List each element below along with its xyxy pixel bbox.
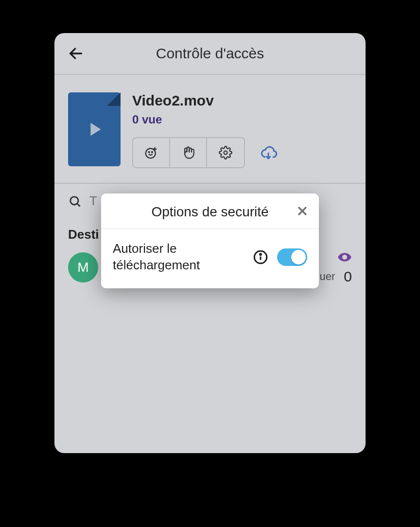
file-actions: [132, 137, 352, 168]
emoji-add-button[interactable]: [133, 138, 170, 167]
security-options-modal: Options de securité Autoriser le télécha…: [101, 193, 319, 288]
svg-point-10: [344, 256, 346, 259]
emoji-plus-icon: [144, 145, 158, 160]
download-button[interactable]: [257, 141, 280, 164]
svg-point-2: [149, 152, 150, 153]
search-icon: [68, 194, 82, 208]
svg-point-8: [70, 196, 78, 204]
gear-icon: [219, 146, 232, 159]
arrow-left-icon: [68, 45, 84, 62]
allow-download-label: Autoriser le téléchargement: [113, 241, 244, 274]
hand-icon: [181, 146, 195, 159]
hand-button[interactable]: [170, 138, 207, 167]
avatar: M: [68, 252, 98, 282]
eye-icon: [337, 250, 352, 264]
close-icon: [296, 204, 309, 218]
file-section: Video2.mov 0 vue: [54, 75, 366, 184]
play-icon: [83, 118, 105, 141]
info-icon: [252, 249, 269, 265]
back-button[interactable]: [66, 44, 86, 63]
modal-body: Autoriser le téléchargement: [101, 229, 319, 288]
action-button-group: [132, 137, 245, 168]
cloud-download-icon: [260, 144, 277, 161]
modal-header: Options de securité: [101, 193, 319, 229]
file-name: Video2.mov: [132, 92, 352, 109]
svg-point-15: [260, 254, 262, 255]
toggle-knob: [291, 250, 306, 264]
svg-point-3: [152, 152, 153, 153]
svg-line-9: [77, 204, 80, 206]
file-thumbnail[interactable]: [68, 92, 121, 166]
view-count: 0: [344, 268, 352, 285]
modal-title: Options de securité: [151, 204, 268, 220]
views-icon-wrapper: [337, 250, 352, 266]
file-meta: Video2.mov 0 vue: [132, 92, 352, 168]
allow-download-toggle[interactable]: [277, 248, 307, 266]
file-views[interactable]: 0 vue: [132, 113, 352, 126]
file-fold-corner: [107, 92, 121, 106]
svg-point-6: [224, 151, 228, 155]
modal-close-button[interactable]: [294, 202, 311, 220]
settings-button[interactable]: [207, 138, 244, 167]
info-button[interactable]: [251, 247, 270, 267]
svg-point-1: [146, 148, 156, 158]
page-title: Contrôle d'accès: [86, 45, 354, 62]
topbar: Contrôle d'accès: [54, 33, 366, 75]
